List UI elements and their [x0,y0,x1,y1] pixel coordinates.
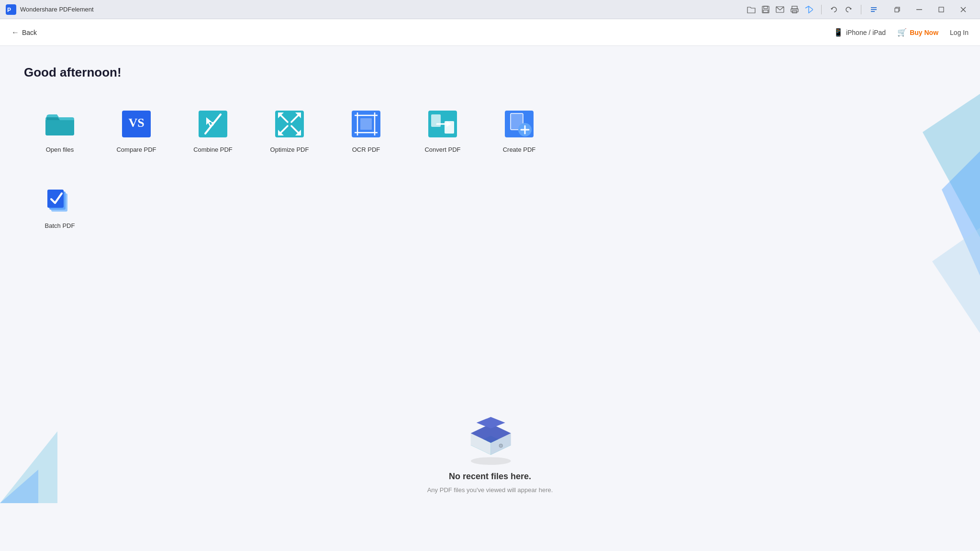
buy-now-label: Buy Now [910,29,938,36]
restore-down-btn[interactable] [886,0,908,19]
empty-subtitle: Any PDF files you've viewed will appear … [427,486,553,494]
login-label: Log In [950,29,969,36]
tools-grid-row2: Batch PDF [24,175,956,242]
print-icon[interactable] [790,5,799,14]
ocr-pdf-label: OCR PDF [352,146,380,153]
toolbar-icons [746,5,879,14]
svg-point-70 [500,444,502,447]
email-icon[interactable] [775,5,785,14]
svg-marker-21 [0,431,57,503]
toolbar-divider [821,5,822,14]
menu-icon[interactable] [869,5,879,14]
svg-rect-15 [939,7,944,12]
combine-pdf-tool[interactable]: Combine PDF [177,99,249,161]
tools-grid: Open files VS Compare PDF [24,99,956,166]
redo-icon[interactable] [844,5,853,14]
folder-icon[interactable] [746,5,756,14]
convert-pdf-tool[interactable]: Convert PDF [407,99,479,161]
empty-illustration [457,405,523,467]
open-files-icon [43,107,77,141]
svg-rect-13 [895,8,899,12]
svg-rect-62 [47,190,64,208]
svg-rect-41 [360,118,372,130]
navbar: ← Back 📱 iPhone / iPad 🛒 Buy Now Log In [0,19,980,46]
svg-rect-51 [431,114,441,127]
compare-pdf-label: Compare PDF [116,146,156,153]
svg-text:VS: VS [128,116,144,130]
create-pdf-icon [502,107,536,141]
batch-pdf-tool[interactable]: Batch PDF [24,175,96,237]
app-logo: P [6,4,16,15]
svg-text:P: P [7,7,11,13]
app-title: Wondershare PDFelement [20,6,746,13]
batch-pdf-icon [43,183,77,217]
buy-now-button[interactable]: 🛒 Buy Now [897,28,938,37]
back-button[interactable]: ← Back [11,28,37,37]
empty-state: No recent files here. Any PDF files you'… [427,405,553,494]
svg-marker-9 [809,6,813,13]
combine-pdf-label: Combine PDF [193,146,233,153]
svg-rect-4 [763,10,768,12]
navbar-right: 📱 iPhone / iPad 🛒 Buy Now Log In [834,28,969,37]
iphone-ipad-button[interactable]: 📱 iPhone / iPad [834,28,886,37]
open-files-tool[interactable]: Open files [24,99,96,161]
maximize-btn[interactable] [930,0,952,19]
ocr-pdf-tool[interactable]: OCR PDF [330,99,402,161]
optimize-pdf-tool[interactable]: Optimize PDF [254,99,325,161]
svg-point-63 [471,457,511,465]
combine-pdf-icon [196,107,230,141]
titlebar: P Wondershare PDFelement [0,0,980,19]
optimize-pdf-icon [272,107,307,141]
compare-pdf-icon: VS [119,107,154,141]
svg-marker-22 [0,470,38,503]
svg-marker-20 [932,228,980,333]
iphone-ipad-label: iPhone / iPad [846,29,886,36]
batch-pdf-label: Batch PDF [45,222,75,229]
back-label: Back [22,29,37,36]
toolbar-divider2 [861,5,861,14]
main-content: Good afternoon! Open files VS [0,46,980,551]
svg-rect-3 [764,6,768,9]
back-arrow-icon: ← [11,28,19,37]
deco-left [0,383,57,503]
convert-pdf-icon [425,107,460,141]
save-icon[interactable] [761,5,770,14]
svg-marker-68 [477,417,505,428]
login-button[interactable]: Log In [950,29,969,36]
create-pdf-tool[interactable]: Create PDF [483,99,555,161]
optimize-pdf-label: Optimize PDF [270,146,309,153]
create-pdf-label: Create PDF [503,146,536,153]
undo-icon[interactable] [829,5,839,14]
compare-pdf-tool[interactable]: VS Compare PDF [100,99,172,161]
minimize-btn[interactable] [908,0,930,19]
convert-pdf-label: Convert PDF [424,146,460,153]
window-controls [886,0,974,19]
close-btn[interactable] [952,0,974,19]
share-icon[interactable] [804,5,813,14]
empty-title: No recent files here. [449,472,531,482]
open-files-label: Open files [46,146,74,153]
mobile-icon: 📱 [834,28,843,37]
greeting-text: Good afternoon! [24,65,956,80]
ocr-pdf-icon [349,107,383,141]
cart-icon: 🛒 [897,28,907,37]
